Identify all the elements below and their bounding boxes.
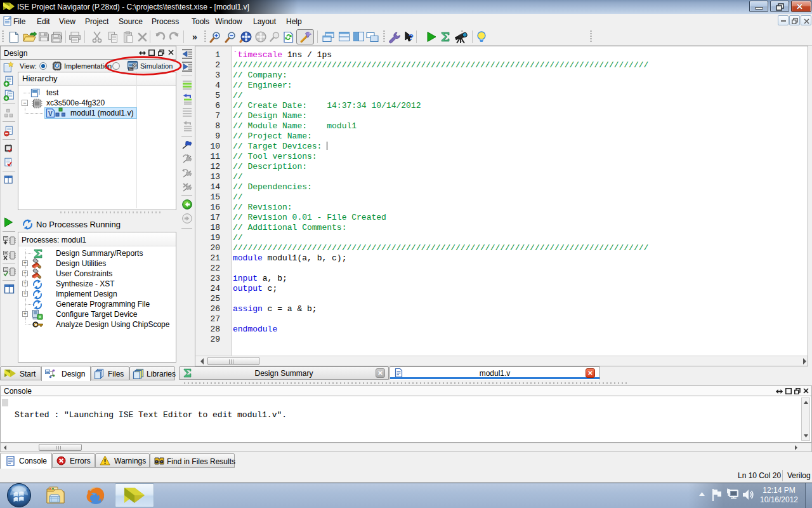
svg-text:?: ? bbox=[409, 32, 414, 42]
svg-text:C: C bbox=[34, 323, 37, 327]
svg-text:V: V bbox=[48, 110, 53, 117]
